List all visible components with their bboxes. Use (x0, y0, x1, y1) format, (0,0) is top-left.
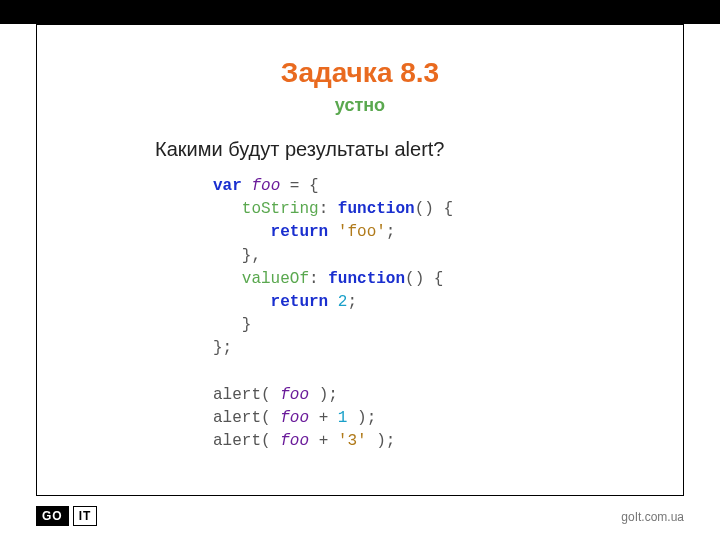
slide-question: Какими будут результаты alert? (155, 138, 643, 161)
goit-logo: GO IT (36, 506, 97, 526)
punct: ; (386, 223, 396, 241)
string-3: '3' (338, 432, 367, 450)
identifier-foo: foo (280, 409, 309, 427)
punct: ); (347, 409, 376, 427)
punct: = { (280, 177, 318, 195)
top-black-bar (0, 0, 720, 24)
identifier-foo: foo (280, 432, 309, 450)
code-block: var foo = { toString: function() { retur… (213, 175, 643, 453)
keyword-var: var (213, 177, 242, 195)
identifier-foo: foo (280, 386, 309, 404)
punct: + (309, 409, 338, 427)
keyword-return: return (271, 223, 329, 241)
slide-title: Задачка 8.3 (77, 57, 643, 89)
slide: Задачка 8.3 устно Какими будут результат… (0, 0, 720, 540)
logo-go: GO (36, 506, 69, 526)
string-foo: 'foo' (338, 223, 386, 241)
punct: : (319, 200, 338, 218)
punct: ); (367, 432, 396, 450)
keyword-function: function (338, 200, 415, 218)
identifier-foo: foo (251, 177, 280, 195)
punct: }; (213, 339, 232, 357)
call-alert: alert( (213, 409, 280, 427)
property-valueof: valueOf (242, 270, 309, 288)
property-tostring: toString (242, 200, 319, 218)
call-alert: alert( (213, 432, 280, 450)
number-2: 2 (338, 293, 348, 311)
punct: }, (213, 247, 261, 265)
punct: : (309, 270, 328, 288)
footer-url: goIt.com.ua (621, 510, 684, 524)
content-frame: Задачка 8.3 устно Какими будут результат… (36, 24, 684, 496)
slide-subtitle: устно (77, 95, 643, 116)
footer: GO IT goIt.com.ua (0, 496, 720, 540)
punct: + (309, 432, 338, 450)
logo-it: IT (73, 506, 98, 526)
keyword-return: return (271, 293, 329, 311)
punct: } (213, 316, 251, 334)
punct: () { (415, 200, 453, 218)
call-alert: alert( (213, 386, 280, 404)
punct: ; (347, 293, 357, 311)
punct: ); (309, 386, 338, 404)
number-1: 1 (338, 409, 348, 427)
punct: () { (405, 270, 443, 288)
keyword-function: function (328, 270, 405, 288)
